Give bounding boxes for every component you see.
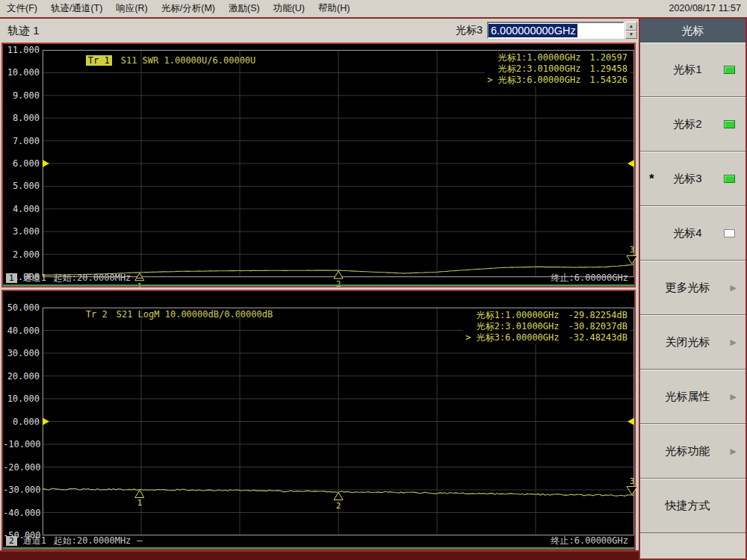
svg-text:2: 2 (336, 501, 341, 511)
softkey-label: 光标4 (673, 226, 701, 240)
sidebar-buttons: 光标1光标2*光标3光标4更多光标▶关闭光标▶光标属性▶光标功能▶快捷方式 (640, 43, 746, 533)
menu-item-stimulus[interactable]: 激励(S) (222, 0, 267, 17)
led-indicator-on (724, 175, 735, 183)
y-axis-tick: 20.000 (3, 371, 40, 382)
sidebar-menu: 光标1光标2*光标3光标4更多光标▶关闭光标▶光标属性▶光标功能▶快捷方式 (639, 43, 747, 560)
y-axis-tick: 4.000 (3, 204, 40, 214)
y-axis-tick: -20.000 (3, 462, 40, 473)
marker-1-button[interactable]: 光标1 (640, 43, 746, 97)
led-indicator-off (724, 229, 735, 237)
y-axis-tick: 2.000 (3, 249, 40, 260)
menu-item-help[interactable]: 帮助(H) (311, 0, 356, 17)
sweep-indicator (3, 284, 634, 286)
marker-frequency-value: 6.000000000GHz (489, 24, 577, 37)
sidebar-title: 光标 (639, 19, 747, 43)
marker-3-button[interactable]: *光标3 (640, 152, 746, 206)
softkey-label: 光标1 (673, 63, 701, 77)
channel-status: 2通道1起始:20.0000MHz— (6, 536, 143, 546)
sweep-indicator (3, 547, 634, 549)
y-axis-tick: 6.000 (3, 158, 40, 169)
stop-frequency: 终止:6.00000GHz (551, 536, 628, 546)
y-axis-tick: 30.000 (3, 348, 40, 358)
softkey-label: 光标功能 (666, 444, 710, 458)
softkey-label: 光标2 (673, 117, 701, 131)
channel-status: 1通道1起始:20.0000MHz— (6, 273, 143, 283)
menu-bar-items: 文件(F)轨迹/通道(T)响应(R)光标/分析(M)激励(S)功能(U)帮助(H… (0, 0, 356, 17)
submenu-arrow-icon: ▶ (731, 283, 737, 293)
y-axis-tick: 50.000 (3, 302, 40, 313)
chart-area: Tr 1S11 SWR 1.00000U/6.00000U 11.00010.0… (0, 43, 639, 560)
marker-2-button[interactable]: 光标2 (640, 97, 746, 152)
active-marker-star-icon: * (649, 172, 654, 187)
menu-bar: 文件(F)轨迹/通道(T)响应(R)光标/分析(M)激励(S)功能(U)帮助(H… (0, 0, 747, 19)
channel-badge: 2 (6, 536, 17, 546)
y-axis-tick: 11.000 (3, 45, 40, 55)
marker-frequency-label: 光标3 (448, 19, 483, 42)
menu-item-trace-channel[interactable]: 轨迹/通道(T) (44, 0, 109, 17)
y-axis-tick: -40.000 (3, 508, 40, 518)
submenu-arrow-icon: ▶ (731, 337, 737, 347)
softkey-label: 更多光标 (666, 281, 710, 295)
marker-4-button[interactable]: 光标4 (640, 206, 746, 261)
y-axis-tick: -30.000 (3, 485, 40, 495)
spinner-down-button[interactable]: ▼ (625, 31, 637, 40)
channel-badge: 1 (6, 273, 17, 283)
menu-item-marker-analysis[interactable]: 光标/分析(M) (155, 0, 222, 17)
bottom-frame (0, 550, 639, 560)
y-axis-tick: 10.000 (3, 393, 40, 404)
y-axis-tick: 7.000 (3, 136, 40, 146)
svg-text:3: 3 (630, 476, 635, 486)
y-axis-tick: 8.000 (3, 113, 40, 123)
vna-application-window: 文件(F)轨迹/通道(T)响应(R)光标/分析(M)激励(S)功能(U)帮助(H… (0, 0, 747, 560)
menu-item-file[interactable]: 文件(F) (0, 0, 44, 17)
more-markers-button[interactable]: 更多光标▶ (640, 261, 746, 315)
y-axis-tick: 0.000 (3, 417, 40, 427)
submenu-arrow-icon: ▶ (731, 392, 737, 402)
menu-item-response[interactable]: 响应(R) (109, 0, 154, 17)
frequency-spinner: ▲ ▼ (625, 22, 637, 39)
menu-item-utility[interactable]: 功能(U) (267, 0, 311, 17)
y-axis-tick: 5.000 (3, 181, 40, 191)
y-axis-tick: 40.000 (3, 326, 40, 336)
y-axis-tick: -10.000 (3, 439, 40, 449)
marker-functions-button[interactable]: 光标功能▶ (640, 424, 746, 479)
y-axis-tick: 3.000 (3, 226, 40, 237)
datetime: 2020/08/17 11:57 (669, 0, 741, 17)
svg-text:3: 3 (630, 245, 635, 255)
panel-s11-swr[interactable]: Tr 1S11 SWR 1.00000U/6.00000U 11.00010.0… (1, 43, 636, 287)
softkey-label: 快捷方式 (666, 499, 710, 513)
close-markers-button[interactable]: 关闭光标▶ (640, 315, 746, 370)
led-indicator-on (724, 66, 735, 74)
marker-readout: 光标1:1.00000GHz1.20597 光标2:3.01000GHz1.29… (485, 52, 630, 87)
y-axis-tick: 10.000 (3, 67, 40, 78)
y-axis-tick: 9.000 (3, 90, 40, 101)
submenu-arrow-icon: ▶ (731, 447, 737, 456)
toolbar: 轨迹 1 光标3 6.000000000GHz ▲ ▼ 光标 (0, 19, 747, 43)
softkey-label: 光标3 (673, 172, 701, 186)
shortcuts-button[interactable]: 快捷方式 (640, 479, 746, 533)
led-indicator-on (724, 120, 735, 128)
panel-s21-logm[interactable]: Tr 2S21 LogM 10.00000dB/0.00000dB 50.000… (1, 290, 636, 550)
svg-text:1: 1 (137, 498, 142, 508)
active-trace-label: 轨迹 1 (7, 19, 40, 42)
marker-properties-button[interactable]: 光标属性▶ (640, 370, 746, 424)
softkey-label: 关闭光标 (666, 335, 710, 349)
marker-readout: 光标1:1.00000GHz-29.82254dB 光标2:3.01000GHz… (463, 309, 630, 344)
marker-frequency-input[interactable]: 6.000000000GHz (487, 22, 624, 39)
softkey-label: 光标属性 (666, 390, 710, 404)
spinner-up-button[interactable]: ▲ (625, 22, 637, 31)
stop-frequency: 终止:6.00000GHz (551, 273, 628, 283)
